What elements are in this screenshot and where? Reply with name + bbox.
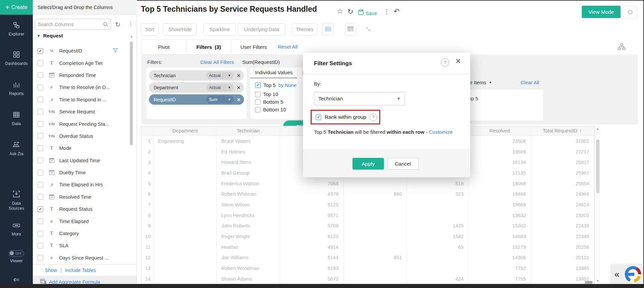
column-item[interactable]: 17DueBy Time xyxy=(33,167,130,179)
sidebar-item-data-sources[interactable]: Data Sources xyxy=(0,190,33,211)
column-checkbox[interactable]: ✓ xyxy=(37,206,43,212)
panel-scrollbar[interactable]: ▲ xyxy=(129,35,134,262)
clear-all-link[interactable]: Clear All xyxy=(520,80,539,85)
panel-more-icon[interactable]: ⋮ xyxy=(128,20,134,27)
more-options-icon[interactable]: ⋮ xyxy=(384,8,390,15)
column-checkbox[interactable] xyxy=(37,146,43,151)
reset-all-link[interactable]: Reset All xyxy=(278,44,298,50)
column-item[interactable]: #Time Elapsed xyxy=(33,215,130,227)
remove-chip-icon[interactable]: ✕ xyxy=(237,97,241,102)
column-checkbox[interactable] xyxy=(37,85,43,90)
section-request[interactable]: ▼ Request xyxy=(37,33,63,38)
sidebar-item-reports[interactable]: Reports xyxy=(0,81,33,96)
tab-pivot[interactable]: Pivot xyxy=(141,39,186,55)
favorite-star-icon[interactable]: ☆ xyxy=(337,7,343,15)
sidebar-item-dashboards[interactable]: Dashboards xyxy=(0,51,33,66)
table-row[interactable]: 10Roger Wright612015421468322345 xyxy=(142,231,594,242)
scroll-up-icon[interactable]: ▲ xyxy=(595,127,600,130)
table-scrollbar-thumb[interactable] xyxy=(596,139,599,193)
chip-aggregate-dropdown[interactable]: Actual▼ xyxy=(206,84,234,91)
include-tables-link[interactable]: Include Tables xyxy=(65,268,96,273)
settings-button[interactable]: ⚙ xyxy=(623,6,637,19)
option-top-10[interactable]: Top 10 xyxy=(255,91,278,97)
table-row[interactable]: 8Lynn Hendricks95711363223203 xyxy=(142,210,594,221)
column-checkbox[interactable] xyxy=(37,109,43,115)
table-row[interactable]: 11Heather4914651527920258 xyxy=(142,242,594,253)
column-item[interactable]: 17Last Updated Time xyxy=(33,155,130,167)
column-checkbox[interactable] xyxy=(37,133,43,139)
header-technician[interactable]: Technician xyxy=(217,126,280,135)
column-item[interactable]: Y/NOverdue Status xyxy=(33,130,130,142)
by-none-link[interactable]: by None xyxy=(278,83,297,88)
sort-asc-icon[interactable]: ↑ xyxy=(579,128,582,133)
refresh-icon[interactable]: ↻ xyxy=(347,8,353,16)
view-mode-button[interactable]: View Mode xyxy=(582,6,621,18)
close-icon[interactable]: ✕ xyxy=(455,57,461,65)
column-checkbox[interactable] xyxy=(37,243,43,249)
column-item[interactable]: 17Resolved Time xyxy=(33,191,130,203)
column-checkbox[interactable] xyxy=(37,97,43,102)
column-item[interactable]: ✓*#RequestID xyxy=(33,45,130,57)
filter-chip-technician[interactable]: TechnicianActual▼✕ xyxy=(149,70,244,81)
viewer-toggle[interactable]: OFF xyxy=(9,250,24,257)
option-checkbox[interactable] xyxy=(255,99,260,105)
filter-chip-requestid[interactable]: RequestIDSum▼✕ xyxy=(149,94,244,105)
scroll-up-icon[interactable]: ▲ xyxy=(129,35,134,38)
sidebar-item-viewer[interactable]: OFFViewer xyxy=(0,250,33,264)
column-item[interactable]: ✓TRequest Status xyxy=(33,203,130,215)
collapse-panel-button[interactable] xyxy=(362,23,374,35)
sort-button[interactable]: Sort xyxy=(141,23,159,35)
collapse-left-icon[interactable]: « xyxy=(610,269,624,280)
collapse-sidebar-icon[interactable]: ⇐ xyxy=(0,275,33,284)
save-button[interactable]: Save xyxy=(357,9,377,17)
column-checkbox[interactable] xyxy=(37,170,43,176)
table-row[interactable]: 12Joe Williams51446511430620101 xyxy=(142,253,594,263)
table-row[interactable]: 7Steve Wilson51251968924814 xyxy=(142,199,594,210)
column-checkbox[interactable] xyxy=(37,218,43,224)
column-item[interactable]: .#Time Elapsed in Hrs xyxy=(33,179,130,191)
undo-icon[interactable]: ↶ xyxy=(394,7,400,15)
option-checkbox[interactable] xyxy=(255,107,260,112)
show-link[interactable]: Show xyxy=(45,268,57,273)
filter-funnel-icon[interactable] xyxy=(113,48,118,54)
sidebar-item-data[interactable]: Data xyxy=(0,111,33,126)
horizontal-scrollbar-thumb[interactable] xyxy=(585,281,592,284)
brand-logo[interactable] xyxy=(624,265,642,284)
panel-scrollbar-thumb[interactable] xyxy=(130,41,133,145)
refresh-columns-icon[interactable]: ↻ xyxy=(115,21,120,28)
tab-filters[interactable]: Filters (3) xyxy=(186,39,231,55)
column-checkbox[interactable] xyxy=(37,121,43,127)
filter-chip-department[interactable]: DepartmentActual▼✕ xyxy=(149,82,244,93)
remove-chip-icon[interactable]: ✕ xyxy=(237,73,241,78)
header-department[interactable]: Department xyxy=(154,126,217,135)
table-row[interactable]: 9John Roberts570814251530222435 xyxy=(142,221,594,231)
column-checkbox[interactable] xyxy=(37,182,43,188)
clear-all-filters-link[interactable]: Clear All Filters xyxy=(200,59,234,65)
tab-user-filters[interactable]: User Filters xyxy=(231,39,276,55)
cancel-button[interactable]: Cancel xyxy=(387,158,418,170)
rank-help-icon[interactable]: ? xyxy=(370,113,377,121)
header-total-requestid[interactable]: Total RequestID↑ xyxy=(531,126,594,135)
sparkline-button[interactable]: Sparkline xyxy=(203,23,236,35)
by-dropdown[interactable]: Technician ▼ xyxy=(314,92,405,105)
option-bottom-10[interactable]: Bottom 10 xyxy=(255,107,286,112)
column-checkbox[interactable] xyxy=(37,158,43,163)
customize-link[interactable]: Customize xyxy=(429,129,453,135)
column-item[interactable]: #Time to Resolve (in D... xyxy=(33,81,130,93)
underlying-data-button[interactable]: Underlying Data xyxy=(238,23,286,35)
chip-aggregate-dropdown[interactable]: Sum▼ xyxy=(206,96,234,103)
column-item[interactable]: TMode xyxy=(33,142,130,154)
column-checkbox[interactable] xyxy=(37,255,43,261)
column-checkbox[interactable] xyxy=(37,60,43,66)
remove-chip-icon[interactable]: ✕ xyxy=(237,85,241,90)
column-item[interactable]: 17Responded Time xyxy=(33,69,130,81)
column-item[interactable]: Y/NService Request xyxy=(33,106,130,118)
column-checkbox[interactable] xyxy=(37,231,43,236)
header-resolved[interactable]: Resolved xyxy=(469,126,531,135)
sidebar-item-ask-zia[interactable]: Ask Zia xyxy=(0,141,33,157)
sidebar-item-explorer[interactable]: Explorer xyxy=(0,21,33,37)
column-checkbox[interactable] xyxy=(37,72,43,78)
table-scrollbar[interactable]: ▲ ▼ xyxy=(595,126,600,284)
column-checkbox[interactable] xyxy=(37,194,43,200)
create-button[interactable]: + Create xyxy=(0,0,33,15)
